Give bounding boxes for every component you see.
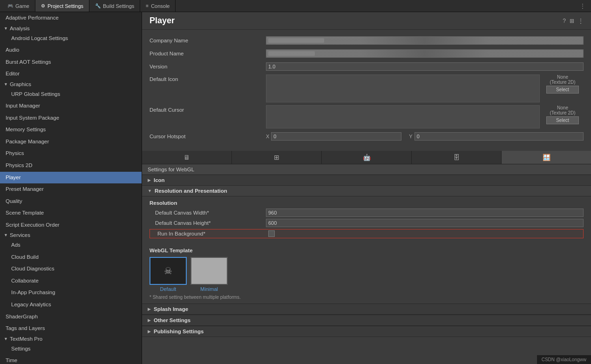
resolution-section-header[interactable]: ▼ Resolution and Presentation: [142, 186, 591, 196]
canvas-height-row: Default Canvas Height*: [149, 219, 584, 227]
y-label: Y: [409, 134, 412, 139]
tab-console[interactable]: ≡ Console: [140, 0, 176, 12]
icon-section-title: Icon: [154, 177, 165, 183]
select-cursor-button[interactable]: Select: [546, 116, 579, 124]
default-cursor-label: Default Cursor: [149, 105, 266, 113]
canvas-height-input[interactable]: [266, 219, 584, 227]
platform-tab-android[interactable]: 🤖: [322, 151, 412, 164]
icon-section-header[interactable]: ▶ Icon: [142, 175, 591, 186]
sidebar-item-input-system[interactable]: Input System Package: [0, 112, 142, 124]
version-input[interactable]: [266, 62, 584, 71]
product-name-input[interactable]: [266, 49, 584, 58]
run-in-background-checkbox[interactable]: [268, 230, 275, 237]
publishing-settings-header[interactable]: ▶ Publishing Settings: [142, 326, 591, 337]
splash-image-header[interactable]: ▶ Splash Image: [142, 303, 591, 315]
template-thumb-minimal: [190, 257, 228, 285]
sidebar-item-shader-graph[interactable]: ShaderGraph: [0, 311, 142, 323]
company-name-label: Company Name: [149, 38, 266, 43]
sidebar-item-player[interactable]: Player: [0, 172, 142, 184]
help-icon[interactable]: ?: [563, 18, 566, 24]
company-name-row: Company Name: [149, 35, 584, 46]
content-header: Player ? ⊞ ⋮: [142, 12, 591, 30]
sidebar-item-input-manager[interactable]: Input Manager: [0, 100, 142, 112]
sidebar-item-cloud-diagnostics[interactable]: Cloud Diagnostics: [0, 263, 142, 275]
layout-icon[interactable]: ⊞: [570, 18, 574, 24]
cursor-hotspot-row: Cursor Hotspot X Y: [149, 132, 584, 141]
page-title: Player: [149, 16, 175, 26]
sidebar-item-tags-layers[interactable]: Tags and Layers: [0, 323, 142, 335]
player-form: Company Name Product Name Version Defaul…: [142, 30, 591, 151]
icon-section-arrow: ▶: [148, 178, 151, 182]
sidebar-item-ads[interactable]: Ads: [0, 239, 142, 251]
platform-tab-grid[interactable]: ⊞: [232, 151, 322, 164]
sidebar-item-time[interactable]: Time: [0, 355, 142, 364]
shared-note: * Shared setting between multiple platfo…: [149, 295, 584, 300]
sidebar-item-package-manager[interactable]: Package Manager: [0, 136, 142, 148]
other-settings-header[interactable]: ▶ Other Settings: [142, 315, 591, 326]
sidebar-item-android-logcat[interactable]: Android Logcat Settings: [0, 33, 142, 45]
sidebar-item-in-app[interactable]: In-App Purchasing: [0, 287, 142, 299]
template-option-default[interactable]: ☠ Default: [149, 257, 187, 292]
template-option-minimal[interactable]: Minimal: [190, 257, 228, 292]
sidebar-item-editor[interactable]: Editor: [0, 68, 142, 80]
version-label: Version: [149, 64, 266, 69]
cursor-hotspot-label: Cursor Hotspot: [149, 134, 266, 139]
more-icon[interactable]: ⋮: [578, 18, 584, 24]
sidebar-item-adaptive-performance[interactable]: Adaptive Performance: [0, 12, 142, 24]
platform-tab-desktop[interactable]: 🖥: [142, 151, 232, 164]
sidebar-item-collaborate[interactable]: Collaborate: [0, 275, 142, 287]
tab-project-settings[interactable]: ⚙ Project Settings: [35, 0, 89, 12]
sidebar-item-legacy-analytics[interactable]: Legacy Analytics: [0, 299, 142, 311]
sidebar-item-scene-template[interactable]: Scene Template: [0, 207, 142, 219]
sidebar-section-graphics[interactable]: ▼ Graphics: [0, 80, 142, 88]
sidebar-item-physics-2d[interactable]: Physics 2D: [0, 160, 142, 172]
footer-credit: CSDN @xiaoLongww: [537, 355, 591, 364]
sidebar-item-physics[interactable]: Physics: [0, 148, 142, 160]
platform-tabs: 🖥 ⊞ 🤖 🗄 🪟: [142, 151, 591, 164]
publishing-arrow: ▶: [148, 329, 151, 334]
canvas-width-input[interactable]: [266, 209, 584, 217]
resolution-section-body: Resolution Default Canvas Width* Default…: [142, 196, 591, 244]
default-icon-box: [266, 74, 540, 102]
cursor-side-panel: None(Texture 2D) Select: [542, 105, 584, 124]
main-layout: Adaptive Performance ▼ Analysis Android …: [0, 12, 591, 364]
other-arrow: ▶: [148, 318, 151, 323]
header-icons: ? ⊞ ⋮: [563, 18, 584, 24]
sidebar-item-audio[interactable]: Audio: [0, 44, 142, 56]
more-tabs-button[interactable]: ⋮: [576, 3, 589, 9]
sidebar-item-urp[interactable]: URP Global Settings: [0, 88, 142, 101]
services-arrow: ▼: [4, 233, 8, 237]
webgl-template-section: WebGL Template ☠ Default Minimal * Share…: [142, 244, 591, 303]
cursor-y-input[interactable]: [414, 132, 584, 141]
none-texture-label: None(Texture 2D): [550, 74, 575, 85]
default-cursor-row: Default Cursor None(Texture 2D) Select: [149, 105, 584, 128]
sidebar-item-quality[interactable]: Quality: [0, 195, 142, 208]
sidebar-item-burst-aot[interactable]: Burst AOT Settings: [0, 56, 142, 68]
splash-arrow: ▶: [148, 307, 151, 311]
icon-side-panel: None(Texture 2D) Select: [542, 74, 584, 94]
graphics-arrow: ▼: [4, 82, 8, 87]
sidebar-section-services[interactable]: ▼ Services: [0, 231, 142, 239]
sidebar-item-textmesh-settings[interactable]: Settings: [0, 343, 142, 355]
resolution-section-title: Resolution and Presentation: [155, 188, 227, 194]
canvas-height-label: Default Canvas Height*: [149, 220, 266, 226]
sidebar-item-cloud-build[interactable]: Cloud Build: [0, 251, 142, 263]
company-name-input[interactable]: [266, 36, 584, 45]
analysis-arrow: ▼: [4, 26, 8, 31]
tab-game[interactable]: 🎮 Game: [2, 0, 35, 12]
sidebar-section-analysis[interactable]: ▼ Analysis: [0, 24, 142, 33]
run-in-background-label: Run In Background*: [152, 231, 268, 236]
textmesh-arrow: ▼: [4, 337, 8, 341]
select-icon-button[interactable]: Select: [546, 86, 579, 94]
platform-tab-server[interactable]: 🗄: [412, 151, 502, 164]
sidebar-item-memory-settings[interactable]: Memory Settings: [0, 124, 142, 136]
sidebar-item-preset-manager[interactable]: Preset Manager: [0, 183, 142, 195]
cursor-x-input[interactable]: [271, 132, 401, 141]
publishing-settings-label: Publishing Settings: [154, 329, 204, 334]
tab-build-settings[interactable]: 🔧 Build Settings: [89, 0, 140, 12]
platform-tab-windows[interactable]: 🪟: [502, 151, 591, 164]
content-area: Player ? ⊞ ⋮ Company Name Product Name: [142, 12, 591, 364]
sidebar-item-script-execution[interactable]: Script Execution Order: [0, 219, 142, 231]
version-row: Version: [149, 61, 584, 72]
sidebar-section-textmesh[interactable]: ▼ TextMesh Pro: [0, 335, 142, 343]
